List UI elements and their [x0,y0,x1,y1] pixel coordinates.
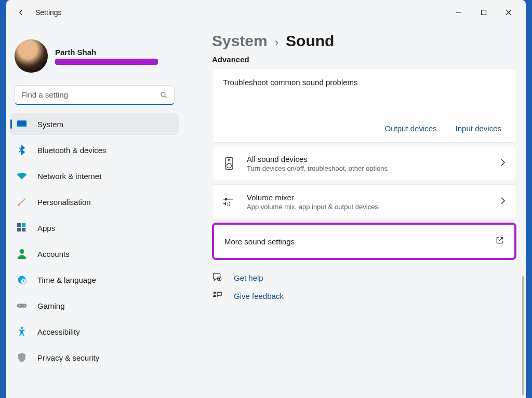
nav-label: System [37,120,63,129]
window-title: Settings [35,8,62,17]
accessibility-icon [17,326,27,337]
nav-accounts[interactable]: Accounts [10,243,179,265]
nav-label: Network & internet [37,172,101,181]
row-text: Volume mixer App volume mix, app input &… [247,193,489,211]
search-input[interactable] [21,90,159,99]
arrow-left-icon [16,8,25,17]
foot-links: ? Get help Give feedback [212,272,516,301]
nav-label: Gaming [37,301,65,310]
nav-label: Apps [37,224,55,232]
nav-label: Accounts [37,250,70,258]
maximize-icon [481,9,487,16]
link-label: Give feedback [234,292,284,300]
wifi-icon [17,171,27,181]
body: Parth Shah System Bluetooth & devices [6,25,526,398]
svg-point-18 [225,198,227,200]
nav-apps[interactable]: Apps [10,217,179,239]
minimize-icon [456,9,462,16]
svg-point-1 [161,92,165,97]
svg-rect-7 [22,228,25,231]
person-icon [17,249,27,259]
nav-label: Privacy & security [37,353,99,362]
svg-rect-3 [17,126,26,127]
nav-label: Bluetooth & devices [37,146,107,155]
row-title: Volume mixer [247,193,489,202]
chevron-right-icon [500,158,506,169]
nav-privacy[interactable]: Privacy & security [10,347,179,368]
svg-rect-4 [17,223,21,227]
svg-point-21 [214,292,216,294]
nav-label: Personalisation [37,198,91,207]
feedback-icon [212,291,223,301]
give-feedback-link[interactable]: Give feedback [212,291,516,301]
nav-system[interactable]: System [10,113,179,135]
breadcrumb-parent[interactable]: System [212,32,268,50]
svg-rect-6 [17,228,21,231]
bluetooth-icon [17,145,27,155]
row-sub: Turn devices on/off, troubleshoot, other… [247,164,489,172]
nav-network[interactable]: Network & internet [10,165,179,187]
svg-point-14 [21,327,23,330]
nav: System Bluetooth & devices Network & int… [6,113,183,368]
troubleshoot-title: Troubleshoot common sound problems [223,78,506,87]
svg-rect-0 [482,10,486,15]
nav-gaming[interactable]: Gaming [10,295,179,317]
nav-time-language[interactable]: Time & language [10,269,179,291]
scrollbar-thumb[interactable] [522,276,524,395]
avatar [15,39,48,73]
svg-point-16 [228,159,230,161]
profile-text: Parth Shah [55,48,158,65]
output-devices-link[interactable]: Output devices [385,124,437,133]
svg-point-8 [20,249,24,254]
mixer-icon [223,197,235,207]
gamepad-icon [17,300,27,311]
nav-personalisation[interactable]: Personalisation [10,191,179,213]
close-icon [506,9,512,16]
window-controls [447,4,521,21]
titlebar: Settings [6,0,526,25]
row-sub: App volume mix, app input & output devic… [247,203,489,211]
main: System › Sound Advanced Troubleshoot com… [183,25,526,398]
shield-icon [17,352,27,363]
apps-icon [17,223,27,233]
row-text: All sound devices Turn devices on/off, t… [247,155,489,172]
svg-rect-11 [17,304,26,308]
close-button[interactable] [497,4,521,21]
svg-point-13 [24,305,25,306]
profile-email-redacted [55,59,158,65]
minimize-button[interactable] [447,4,471,21]
breadcrumb: System › Sound [212,32,516,50]
more-sound-settings-row[interactable]: More sound settings [212,223,516,260]
globe-clock-icon [17,275,27,285]
troubleshoot-card: Troubleshoot common sound problems Outpu… [212,68,516,143]
external-link-icon [496,236,504,246]
chevron-right-icon: › [275,36,278,49]
svg-text:?: ? [218,278,220,281]
svg-rect-5 [22,223,25,227]
nav-label: Accessibility [37,327,80,336]
search-box[interactable] [15,85,175,105]
volume-mixer-row[interactable]: Volume mixer App volume mix, app input &… [212,184,516,219]
system-icon [17,119,27,129]
back-button[interactable] [11,3,30,22]
breadcrumb-current: Sound [286,32,334,50]
input-devices-link[interactable]: Input devices [456,124,501,133]
svg-point-17 [227,163,232,168]
sidebar: Parth Shah System Bluetooth & devices [6,25,183,398]
settings-window: Settings Parth Shah [6,0,526,398]
section-label: Advanced [212,55,516,64]
troubleshoot-links: Output devices Input devices [223,124,506,133]
get-help-link[interactable]: ? Get help [212,272,516,283]
svg-point-12 [19,305,20,306]
profile[interactable]: Parth Shah [6,29,183,83]
row-title: More sound settings [224,237,484,246]
brush-icon [17,197,27,207]
row-title: All sound devices [247,155,489,163]
all-sound-devices-row[interactable]: All sound devices Turn devices on/off, t… [212,146,516,181]
search-icon [159,91,168,99]
nav-bluetooth[interactable]: Bluetooth & devices [10,139,179,161]
profile-name: Parth Shah [55,48,158,57]
chevron-right-icon [500,197,506,207]
nav-accessibility[interactable]: Accessibility [10,321,179,342]
maximize-button[interactable] [472,4,496,21]
